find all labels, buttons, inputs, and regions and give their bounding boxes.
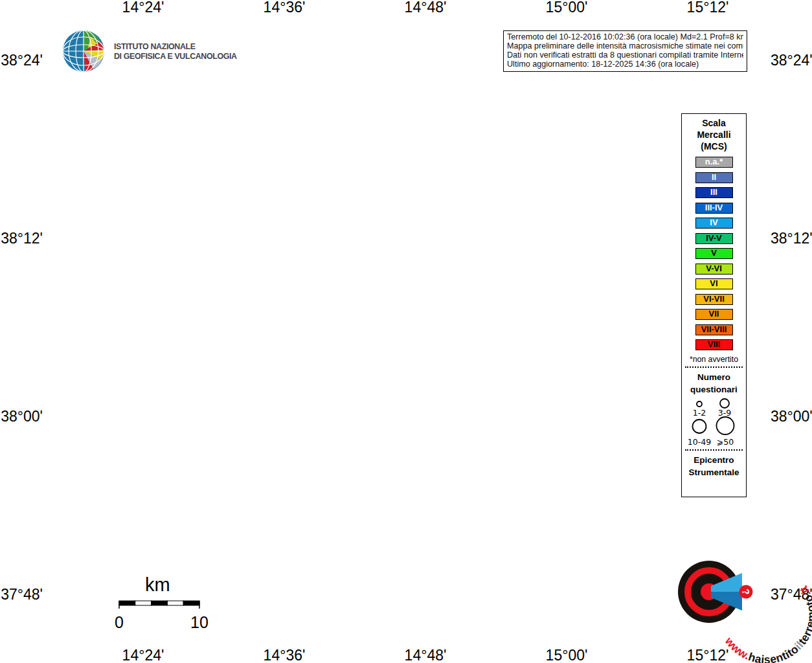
info-line-4: Ultimo aggiornamento: 18-12-2025 14:36 (… — [507, 60, 743, 69]
questionnaire-count-title: Numero questionari — [682, 371, 746, 396]
logo-seg-www: www. — [722, 635, 752, 662]
count-circle-10-49 — [693, 420, 706, 433]
legend-title: Scala Mercalli (MCS) — [682, 117, 746, 152]
legend-divider-2 — [685, 449, 743, 451]
scale-bar: km 0 10 — [115, 574, 209, 631]
legend-swatch-iv: IV — [695, 218, 733, 229]
scalebar-unit: km — [145, 574, 170, 595]
count-circle-1-2 — [697, 401, 702, 407]
legend-swatch-vii: VII — [695, 309, 733, 320]
earthquake-intensity-map-page: { "axes": { "top": ["14°24'", "14°36'", … — [0, 0, 812, 663]
event-info-box: Terremoto del 10-12-2016 10:02:36 (ora l… — [503, 30, 747, 72]
questionnaire-size-key: 1-2 3-9 10-49 ⩾50 — [682, 397, 746, 447]
legend-swatch-viii: VIII — [695, 339, 733, 350]
ingv-name-line2: DI GEOFISICA E VULCANOLOGIA — [114, 51, 237, 62]
legend-swatch-vi: VI — [695, 278, 733, 289]
legend-panel: Scala Mercalli (MCS) n.a.* II III III-IV… — [681, 113, 747, 497]
haisentitoilterremoto-logo: ? www.haisentitoilterremoto.it — [678, 561, 812, 663]
count-circle-50plus — [717, 417, 734, 434]
scalebar-end: 10 — [190, 613, 209, 631]
logo-seg-terremoto: terremoto — [796, 593, 812, 647]
epicenter-key — [682, 480, 746, 500]
legend-swatch-vi-vii: VI-VII — [695, 294, 733, 305]
legend-swatch-iii: III — [695, 187, 733, 198]
ingv-name-line1: ISTITUTO NAZIONALE — [114, 41, 237, 52]
legend-swatch-vii-viii: VII-VIII — [695, 324, 733, 335]
count-label-3-9: 3-9 — [718, 408, 731, 418]
epicenter-legend-title: Epicentro Strumentale — [682, 454, 746, 478]
legend-swatch-ii: II — [695, 172, 733, 183]
count-label-50plus: ⩾50 — [717, 437, 734, 447]
ingv-globe-icon — [61, 28, 106, 74]
legend-swatch-v: V — [695, 248, 733, 259]
logo-seg-haisentito: haisentito — [747, 642, 801, 663]
info-line-1: Terremoto del 10-12-2016 10:02:36 (ora l… — [507, 33, 743, 42]
info-line-2: Mappa preliminare delle intensità macros… — [507, 42, 743, 51]
count-label-1-2: 1-2 — [693, 408, 706, 418]
legend-footnote: *non avvertito — [682, 355, 746, 364]
legend-swatch-na: n.a.* — [695, 157, 733, 168]
info-line-3: Dati non verificati estratti da 8 questi… — [507, 51, 743, 60]
ingv-logo: ISTITUTO NAZIONALE DI GEOFISICA E VULCAN… — [61, 28, 247, 74]
legend-divider — [685, 366, 743, 368]
legend-swatch-v-vi: V-VI — [695, 264, 733, 275]
scalebar-start: 0 — [115, 613, 124, 631]
count-circle-3-9 — [720, 399, 729, 408]
legend-swatch-iv-v: IV-V — [695, 233, 733, 244]
count-label-10-49: 10-49 — [688, 437, 711, 447]
legend-swatch-iii-iv: III-IV — [695, 203, 733, 214]
